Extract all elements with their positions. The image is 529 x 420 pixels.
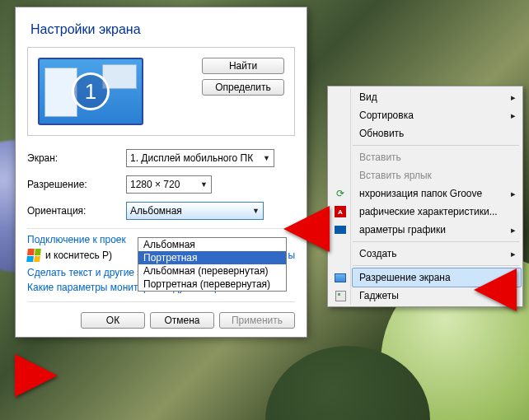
monitor-icon <box>334 271 347 284</box>
chevron-down-icon: ▼ <box>263 154 270 162</box>
cancel-button[interactable]: Отмена <box>150 312 214 329</box>
ok-button[interactable]: ОК <box>81 312 145 329</box>
orientation-dropdown-list: Альбомная Портретная Альбомная (переверн… <box>138 237 287 292</box>
screen-value: 1. Дисплей мобильного ПК <box>130 152 253 164</box>
identify-button[interactable]: Определить <box>202 79 284 96</box>
display-preview-frame: 1 Найти Определить <box>27 47 295 136</box>
ctx-paste-shortcut: Вставить ярлык <box>353 166 521 184</box>
context-separator <box>353 241 519 242</box>
resolution-label: Разрешение: <box>27 179 118 190</box>
apply-button[interactable]: Применить <box>219 312 295 329</box>
orientation-select[interactable]: Альбомная ▼ <box>126 202 264 220</box>
resolution-value: 1280 × 720 <box>130 179 180 190</box>
monitor-number-badge: 1 <box>72 72 110 110</box>
chevron-down-icon: ▼ <box>252 207 260 215</box>
ctx-view[interactable]: Вид <box>353 88 521 106</box>
ctx-new[interactable]: Создать <box>353 245 521 263</box>
context-separator <box>353 145 519 146</box>
monitor-preview[interactable]: 1 <box>38 58 143 125</box>
ctx-refresh[interactable]: Обновить <box>353 124 521 142</box>
orientation-label: Ориентация: <box>27 205 118 217</box>
projector-link[interactable]: Подключение к проек <box>27 234 126 245</box>
separator <box>27 228 295 229</box>
orientation-option[interactable]: Альбомная (перевернутая) <box>138 264 286 278</box>
separator <box>27 301 295 302</box>
intel-icon <box>334 223 347 236</box>
chevron-down-icon: ▼ <box>200 180 208 189</box>
annotation-arrow-resolution <box>474 268 517 311</box>
find-button[interactable]: Найти <box>202 58 284 74</box>
screen-label: Экран: <box>27 152 118 164</box>
context-separator <box>353 265 519 266</box>
ctx-groove-sync[interactable]: ⟳ нхронизация папок Groove <box>353 184 521 203</box>
ctx-paste: Вставить <box>353 148 521 166</box>
orientation-option[interactable]: Портретная (перевернутая) <box>138 278 286 291</box>
orientation-option[interactable]: Альбомная <box>138 238 286 251</box>
ctx-graphics-options[interactable]: араметры графики <box>353 221 521 239</box>
screen-select[interactable]: 1. Дисплей мобильного ПК ▼ <box>126 149 274 167</box>
projector-hint: и коснитесь P) <box>45 250 112 261</box>
dialog-title: Настройки экрана <box>30 22 295 37</box>
resolution-select[interactable]: 1280 × 720 ▼ <box>126 175 212 194</box>
windows-logo-icon <box>26 249 41 262</box>
orientation-value: Альбомная <box>130 205 182 217</box>
annotation-arrow-orientation <box>283 206 330 252</box>
gadget-icon <box>334 289 347 302</box>
ctx-sort[interactable]: Сортировка <box>353 106 521 124</box>
ctx-graphics-props[interactable]: A рафические характеристики... <box>353 203 521 221</box>
groove-icon: ⟳ <box>334 187 347 200</box>
amd-icon: A <box>334 205 347 218</box>
orientation-option[interactable]: Портретная <box>138 251 286 264</box>
annotation-arrow-ok <box>15 354 58 397</box>
